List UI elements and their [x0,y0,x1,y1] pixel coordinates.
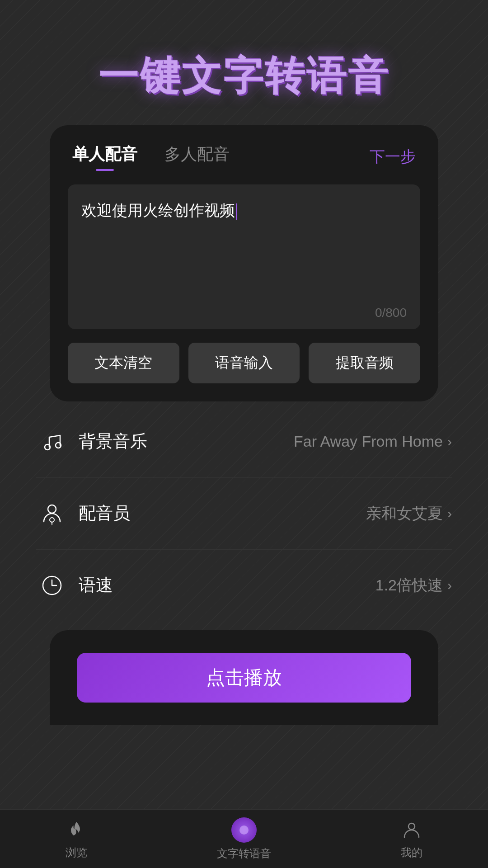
bottom-nav: 浏览 文字转语音 我的 [0,809,488,868]
nav-profile[interactable]: 我的 [400,818,423,860]
bgm-label: 背景音乐 [79,430,147,453]
dubber-chevron: › [447,506,452,521]
dubber-label: 配音员 [79,502,130,525]
speed-chevron: › [447,578,452,593]
profile-icon [400,818,423,842]
tts-dot [239,826,249,835]
voice-input-button[interactable]: 语音输入 [188,343,300,383]
char-count: 0/800 [375,306,407,320]
clear-button[interactable]: 文本清空 [68,343,179,383]
tab-bar: 单人配音 多人配音 下一步 [50,125,438,175]
speed-label: 语速 [79,574,113,597]
settings-section: 背景音乐 Far Away From Home › 配音员 亲和女艾夏 › [0,406,488,621]
nav-browse[interactable]: 浏览 [65,818,88,860]
tab-multi[interactable]: 多人配音 [164,143,230,171]
extract-audio-button[interactable]: 提取音频 [309,343,420,383]
speed-row[interactable]: 语速 1.2倍快速 › [36,550,452,621]
nav-browse-label: 浏览 [66,845,87,860]
music-icon [36,426,68,458]
next-button[interactable]: 下一步 [370,146,416,167]
dubber-icon [36,498,68,529]
tts-icon [231,817,257,843]
action-buttons: 文本清空 语音输入 提取音频 [50,329,438,401]
text-editor[interactable]: 欢迎使用火绘创作视频 0/800 [68,184,420,329]
bgm-row[interactable]: 背景音乐 Far Away From Home › [36,406,452,478]
svg-point-6 [408,823,415,830]
speed-icon [36,570,68,601]
nav-tts[interactable]: 文字转语音 [217,817,271,861]
flame-icon [65,818,88,842]
hero-title: 一键文字转语音 [99,54,389,98]
editor-content: 欢迎使用火绘创作视频 [81,198,407,222]
svg-point-2 [48,505,56,513]
bgm-chevron: › [447,434,452,449]
bgm-value: Far Away From Home › [294,433,452,450]
speed-value: 1.2倍快速 › [375,575,452,596]
dubber-value: 亲和女艾夏 › [366,503,452,524]
bottom-card: 点击播放 [50,630,438,725]
nav-profile-label: 我的 [401,845,422,860]
text-cursor [236,203,237,220]
tab-single[interactable]: 单人配音 [72,143,137,171]
nav-tts-label: 文字转语音 [217,846,271,861]
play-button[interactable]: 点击播放 [77,653,411,703]
dubber-row[interactable]: 配音员 亲和女艾夏 › [36,478,452,550]
main-card: 单人配音 多人配音 下一步 欢迎使用火绘创作视频 0/800 文本清空 语音输入… [50,125,438,401]
